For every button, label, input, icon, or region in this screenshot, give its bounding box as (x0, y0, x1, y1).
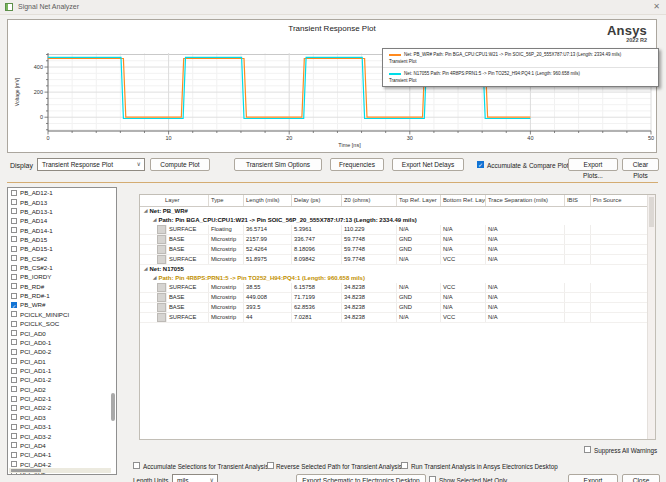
clear-plots-button[interactable]: Clear Plots (622, 158, 659, 171)
export-table-button[interactable]: Export Table... (568, 474, 618, 482)
column-header[interactable]: Delay (ps) (291, 195, 341, 206)
net-checkbox[interactable] (11, 461, 17, 467)
transient-sim-options-button[interactable]: Transient Sim Options (234, 158, 322, 171)
net-checkbox[interactable] (11, 442, 17, 448)
export-schematic-button[interactable]: Export Schematic to Electronics Desktop (296, 474, 426, 482)
compute-plot-button[interactable]: Compute Plot (150, 158, 210, 171)
net-list-item[interactable]: PB_AD15-1 (8, 244, 116, 253)
net-checkbox[interactable] (11, 405, 17, 411)
net-group-row[interactable]: ◢Net: N17055 (140, 265, 655, 274)
net-checkbox[interactable] (11, 349, 17, 355)
frequencies-button[interactable]: Frequencies (330, 158, 384, 171)
column-header[interactable]: Type (208, 195, 243, 206)
net-checkbox[interactable] (11, 246, 17, 252)
net-checkbox[interactable] (11, 311, 17, 317)
net-list-item[interactable]: PCI_AD2-1 (8, 394, 116, 403)
show-selected-net-checkbox[interactable] (429, 476, 436, 482)
path-group-row[interactable]: ◢Path: Pin BGA_CPU:CPU1:W21 -> Pin SOIC_… (140, 216, 655, 225)
accumulate-compare-checkbox[interactable]: ✓ (477, 161, 484, 168)
net-checkbox[interactable] (11, 265, 17, 271)
net-checkbox[interactable] (11, 321, 17, 327)
net-list-item[interactable]: PB_RD#-1 (8, 291, 116, 300)
net-list-item[interactable]: PB_CS#2-1 (8, 263, 116, 272)
net-list-item[interactable]: ✓PB_WR# (8, 300, 116, 309)
net-list-item[interactable]: PB_AD14 (8, 216, 116, 225)
display-select[interactable]: Transient Response Plot ∨ (37, 158, 145, 171)
net-list-item[interactable]: PCI_AD4 (8, 441, 116, 450)
net-list-item[interactable]: PCICLK_MINIPCI (8, 310, 116, 319)
net-list-item[interactable]: PB_AD13-1 (8, 207, 116, 216)
accumulate-selections-checkbox[interactable] (133, 462, 140, 469)
net-checkbox[interactable] (11, 330, 17, 336)
table-row[interactable]: SURFACEFloating36.57145.3961110.229N/AN/… (140, 225, 655, 235)
net-list-item[interactable]: PB_AD13 (8, 197, 116, 206)
net-list-item[interactable]: PCI_AD0-2 (8, 347, 116, 356)
table-row[interactable]: BASEMicrostrip449.00871.719934.8238GNDN/… (140, 293, 655, 303)
net-checkbox[interactable] (11, 190, 17, 196)
export-net-delays-button[interactable]: Export Net Delays (392, 158, 464, 171)
column-header[interactable]: Length (mils) (243, 195, 291, 206)
net-list-item[interactable]: PB_AD14-1 (8, 225, 116, 234)
table-row[interactable]: BASEMicrostrip52.42648.1809659.7748GNDN/… (140, 245, 655, 255)
net-list-item[interactable]: PCI_AD1 (8, 356, 116, 365)
net-checkbox[interactable] (11, 218, 17, 224)
column-header[interactable]: Bottom Ref. Layer (440, 195, 485, 206)
net-list-item[interactable]: PB_CS#2 (8, 254, 116, 263)
net-checkbox[interactable] (11, 424, 17, 430)
path-group-row[interactable]: ◢Path: Pin 4R8PS:PRN1:5 -> Pin TO252_H94… (140, 274, 655, 283)
net-checkbox[interactable] (11, 377, 17, 383)
net-checkbox[interactable]: ✓ (11, 302, 17, 308)
table-row[interactable]: SURFACEMicrostrip51.89758.0984259.7748N/… (140, 255, 655, 265)
net-checkbox[interactable] (11, 386, 17, 392)
table-row[interactable]: SURFACEMicrostrip447.028134.8238N/AVCCN/… (140, 313, 655, 323)
net-list-item[interactable]: PB_AD12-1 (8, 188, 116, 197)
table-row[interactable]: BASEMicrostrip2157.99336.74759.7748GNDN/… (140, 235, 655, 245)
net-checkbox[interactable] (11, 358, 17, 364)
net-checkbox[interactable] (11, 368, 17, 374)
net-list-item[interactable]: PCI_AD2-2 (8, 403, 116, 412)
net-checkbox[interactable] (11, 274, 17, 280)
net-list-item[interactable]: PCI_AD2 (8, 385, 116, 394)
net-list-item[interactable]: PB_RD# (8, 282, 116, 291)
column-header[interactable]: Pin Source (590, 195, 655, 206)
net-checkbox[interactable] (11, 227, 17, 233)
column-header[interactable]: Top Ref. Layer (396, 195, 440, 206)
expander-icon[interactable]: ◢ (144, 207, 147, 215)
net-list-item[interactable]: PCI_AD3 (8, 413, 116, 422)
net-list-item[interactable]: PCI_AD1-1 (8, 366, 116, 375)
column-header[interactable]: IBIS (564, 195, 590, 206)
net-list-item[interactable]: PCI_AD0-1 (8, 338, 116, 347)
net-checkbox[interactable] (11, 433, 17, 439)
net-checkbox[interactable] (11, 293, 17, 299)
net-checkbox[interactable] (11, 414, 17, 420)
column-header[interactable]: Layer (140, 195, 208, 206)
net-list-vertical-scrollbar[interactable] (111, 393, 115, 421)
net-list-item[interactable]: PCI_AD3-1 (8, 422, 116, 431)
column-header[interactable]: Trace Separation (mils) (485, 195, 564, 206)
net-list-item[interactable]: PCICLK_SOC (8, 319, 116, 328)
net-checkbox[interactable] (11, 255, 17, 261)
expander-icon[interactable]: ◢ (153, 274, 156, 282)
net-checkbox[interactable] (11, 208, 17, 214)
net-list-item[interactable]: PCI_AD4-1 (8, 450, 116, 459)
net-checkbox[interactable] (11, 339, 17, 345)
net-checkbox[interactable] (11, 396, 17, 402)
scrollbar-thumb[interactable] (649, 197, 654, 227)
close-icon[interactable]: ✕ (653, 2, 660, 11)
length-units-select[interactable]: mils ∨ (172, 474, 218, 482)
net-list-item[interactable]: PB_AD15 (8, 235, 116, 244)
net-group-row[interactable]: ◢Net: PB_WR# (140, 207, 655, 216)
net-list-item[interactable]: PCI_AD3-2 (8, 431, 116, 440)
net-checkbox[interactable] (11, 199, 17, 205)
net-list-item[interactable]: PCI_AD0 (8, 328, 116, 337)
net-list-item[interactable]: PCI_AD1-2 (8, 375, 116, 384)
close-button[interactable]: Close (622, 474, 660, 482)
net-checkbox[interactable] (11, 452, 17, 458)
expander-icon[interactable]: ◢ (153, 216, 156, 224)
table-row[interactable]: BASEMicrostrip393.562.853634.8238GNDN/AN… (140, 303, 655, 313)
net-list-item[interactable]: PB_IORDY (8, 272, 116, 281)
table-vertical-scrollbar[interactable] (647, 195, 655, 439)
run-transient-checkbox[interactable] (401, 462, 408, 469)
net-list-horizontal-scrollbar[interactable] (9, 468, 111, 473)
net-checkbox[interactable] (11, 236, 17, 242)
